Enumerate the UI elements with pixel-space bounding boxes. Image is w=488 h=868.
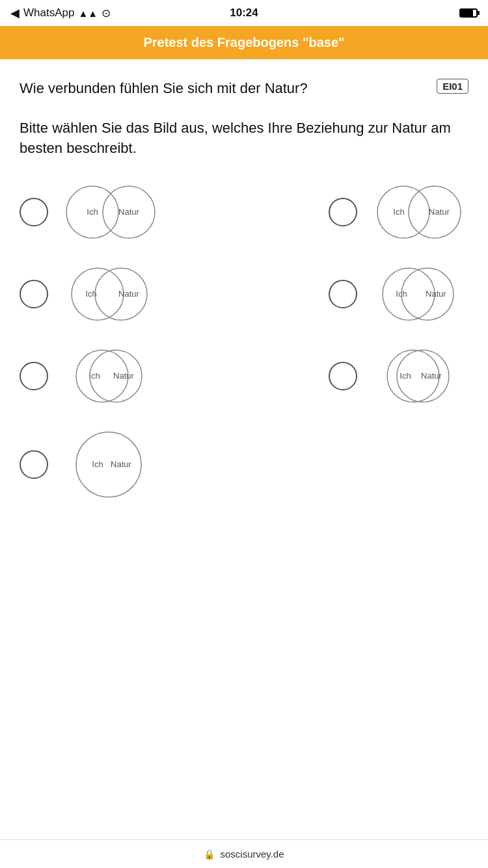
venn-diagram-3: Ich Natur <box>59 265 159 323</box>
back-app-label: WhatsApp <box>23 7 74 20</box>
page-title: Pretest des Fragebogens "base" <box>143 35 344 49</box>
svg-text:Natur: Natur <box>118 207 139 217</box>
status-time: 10:24 <box>230 7 258 20</box>
svg-text:Ich: Ich <box>87 207 98 217</box>
options-row-4: Ich Natur <box>20 417 468 512</box>
footer: 🔒 soscisurvey.de <box>0 839 488 868</box>
svg-point-8 <box>72 268 124 320</box>
option-4: Ich Natur <box>244 265 468 323</box>
wifi-icon: ⊙ <box>102 7 111 20</box>
svg-text:Ich: Ich <box>92 459 103 469</box>
status-left: ◀ WhatsApp ▲▲ ⊙ <box>10 6 111 20</box>
venn-diagram-6: Ich Natur <box>368 347 468 405</box>
battery-icon <box>459 8 478 18</box>
option-6: Ich Natur <box>244 347 468 405</box>
radio-option-7[interactable] <box>20 450 48 479</box>
status-right <box>459 8 478 18</box>
venn-diagram-1: Ich Natur <box>59 183 159 241</box>
svg-point-24 <box>76 432 141 497</box>
main-content: Wie verbunden fühlen Sie sich mit der Na… <box>0 59 488 525</box>
question-text: Wie verbunden fühlen Sie sich mit der Na… <box>20 80 308 96</box>
radio-option-1[interactable] <box>20 198 48 226</box>
options-grid: Ich Natur Ich Natur <box>20 171 468 512</box>
footer-url: soscisurvey.de <box>220 848 284 860</box>
back-arrow-icon: ◀ <box>10 6 20 20</box>
venn-diagram-5: Ich Natur <box>59 347 159 405</box>
svg-text:Natur: Natur <box>421 371 442 381</box>
svg-text:Natur: Natur <box>113 371 134 381</box>
page-header: Pretest des Fragebogens "base" <box>0 26 488 59</box>
svg-text:Natur: Natur <box>111 459 131 469</box>
svg-text:Natur: Natur <box>429 207 450 217</box>
radio-option-4[interactable] <box>329 280 357 308</box>
question-label: Wie verbunden fühlen Sie sich mit der Na… <box>20 79 468 99</box>
question-id-badge: EI01 <box>437 79 468 94</box>
svg-text:Ich: Ich <box>400 371 411 381</box>
option-3: Ich Natur <box>20 265 244 323</box>
radio-option-6[interactable] <box>329 362 357 390</box>
radio-option-3[interactable] <box>20 280 48 308</box>
options-row-3: Ich Natur Ich Natur <box>20 335 468 417</box>
option-1: Ich Natur <box>20 183 244 241</box>
venn-diagram-2: Ich Natur <box>368 183 468 241</box>
venn-diagram-7: Ich Natur <box>59 429 159 500</box>
lock-icon: 🔒 <box>204 849 215 860</box>
svg-text:Natur: Natur <box>118 289 139 299</box>
options-row-1: Ich Natur Ich Natur <box>20 171 468 253</box>
venn-diagram-4: Ich Natur <box>368 265 468 323</box>
option-2: Ich Natur <box>244 183 468 241</box>
options-row-2: Ich Natur Ich Natur <box>20 253 468 335</box>
instruction-text: Bitte wählen Sie das Bild aus, welches I… <box>20 118 468 159</box>
signal-icon: ▲▲ <box>78 8 98 19</box>
radio-option-5[interactable] <box>20 362 48 390</box>
radio-option-2[interactable] <box>329 198 357 226</box>
status-bar: ◀ WhatsApp ▲▲ ⊙ 10:24 <box>0 0 488 26</box>
svg-text:Ich: Ich <box>393 207 404 217</box>
svg-text:Natur: Natur <box>426 289 446 299</box>
option-7: Ich Natur <box>20 429 468 500</box>
option-5: Ich Natur <box>20 347 244 405</box>
